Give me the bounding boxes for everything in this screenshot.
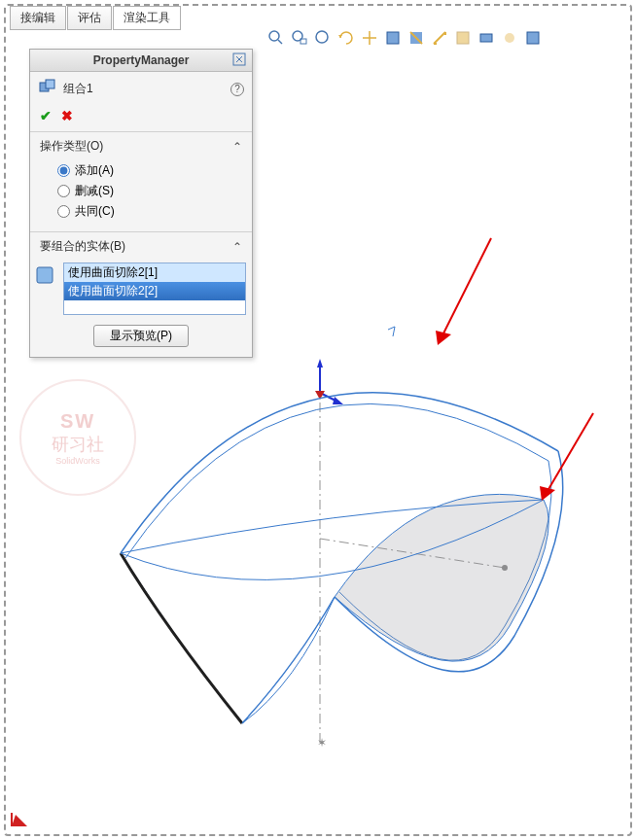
ground-marker: ✶ xyxy=(317,736,327,750)
panel-title: PropertyManager xyxy=(30,50,252,72)
section-operation-head[interactable]: 操作类型(O) ⌃ xyxy=(30,132,252,158)
bodies-selection-box[interactable]: 使用曲面切除2[1] 使用曲面切除2[2] xyxy=(63,262,246,315)
rotate-icon[interactable] xyxy=(337,29,355,47)
origin-marker-icon xyxy=(10,809,31,830)
watermark-line3: SolidWorks xyxy=(55,456,99,466)
measure-icon[interactable] xyxy=(431,29,448,47)
svg-line-1 xyxy=(278,40,282,44)
property-manager-panel: PropertyManager 组合1 ? ✔ ✖ 操作类型(O) ⌃ 添加(A… xyxy=(29,49,253,358)
svg-rect-11 xyxy=(527,32,539,44)
svg-rect-15 xyxy=(37,267,53,283)
watermark-line2: 研习社 xyxy=(52,433,104,456)
appearance-icon[interactable] xyxy=(477,29,495,47)
radio-common-label: 共同(C) xyxy=(75,203,115,220)
tab-evaluate[interactable]: 评估 xyxy=(67,6,112,30)
svg-line-24 xyxy=(442,238,491,335)
hide-show-icon[interactable] xyxy=(454,29,472,47)
annotation-arrow-1 xyxy=(428,233,506,360)
body-item-2[interactable]: 使用曲面切除2[2] xyxy=(64,282,245,300)
feature-name: 组合1 xyxy=(63,81,93,97)
radio-common[interactable]: 共同(C) xyxy=(57,201,242,222)
svg-rect-6 xyxy=(387,32,399,44)
section-bodies-head[interactable]: 要组合的实体(B) ⌃ xyxy=(30,232,252,259)
view-toolbar xyxy=(267,29,542,47)
section-operation-label: 操作类型(O) xyxy=(40,138,103,155)
radio-add-input[interactable] xyxy=(57,164,70,177)
tab-render-tools[interactable]: 渲染工具 xyxy=(113,6,181,30)
show-preview-button[interactable]: 显示预览(P) xyxy=(93,325,189,347)
view-settings-icon[interactable] xyxy=(524,29,542,47)
watermark: SW 研习社 SolidWorks xyxy=(19,379,136,496)
confirm-row: ✔ ✖ xyxy=(30,106,252,131)
cancel-button[interactable]: ✖ xyxy=(61,108,73,123)
body-item-1[interactable]: 使用曲面切除2[1] xyxy=(64,263,245,282)
chevron-up-icon: ⌃ xyxy=(232,240,242,254)
svg-marker-28 xyxy=(12,815,27,826)
svg-point-4 xyxy=(316,31,328,43)
svg-rect-14 xyxy=(46,80,54,88)
svg-marker-22 xyxy=(333,397,343,404)
help-icon[interactable]: ? xyxy=(230,83,244,96)
top-tabs: 接编辑 评估 渲染工具 xyxy=(10,6,181,30)
loupe-group-icon[interactable] xyxy=(267,29,285,47)
section-operation-type: 操作类型(O) ⌃ 添加(A) 删减(S) 共同(C) xyxy=(30,131,252,231)
selection-empty-area[interactable] xyxy=(64,300,245,314)
panel-title-text: PropertyManager xyxy=(93,53,190,67)
section-bodies: 要组合的实体(B) ⌃ 使用曲面切除2[1] 使用曲面切除2[2] 显示预览(P… xyxy=(30,231,252,347)
section-view-icon[interactable] xyxy=(407,29,425,47)
svg-marker-5 xyxy=(338,35,342,38)
zoom-to-fit-icon[interactable] xyxy=(291,29,308,47)
svg-rect-9 xyxy=(480,34,492,42)
svg-marker-27 xyxy=(540,486,555,501)
radio-subtract-input[interactable] xyxy=(57,185,70,197)
body-selection-icon xyxy=(34,264,57,288)
annotation-arrow-2 xyxy=(530,408,608,515)
combine-feature-icon xyxy=(38,78,57,100)
svg-point-0 xyxy=(269,31,279,41)
section-bodies-label: 要组合的实体(B) xyxy=(40,238,125,255)
svg-marker-25 xyxy=(436,331,451,345)
watermark-line1: SW xyxy=(60,410,95,433)
svg-point-10 xyxy=(505,33,514,43)
radio-subtract[interactable]: 删减(S) xyxy=(57,181,242,201)
pan-icon[interactable] xyxy=(361,29,378,47)
display-style-icon[interactable] xyxy=(384,29,402,47)
feature-header: 组合1 ? xyxy=(30,72,252,106)
chevron-up-icon: ⌃ xyxy=(232,140,242,154)
svg-line-26 xyxy=(548,413,593,491)
radio-common-input[interactable] xyxy=(57,205,70,218)
radio-add-label: 添加(A) xyxy=(75,162,114,179)
radio-add[interactable]: 添加(A) xyxy=(57,160,242,181)
radio-subtract-label: 删减(S) xyxy=(75,183,114,199)
scene-icon[interactable] xyxy=(501,29,518,47)
svg-marker-20 xyxy=(317,359,323,368)
tab-edit[interactable]: 接编辑 xyxy=(10,6,66,30)
pin-icon[interactable] xyxy=(232,52,246,69)
ok-button[interactable]: ✔ xyxy=(40,108,52,123)
zoom-icon[interactable] xyxy=(314,29,332,47)
svg-rect-8 xyxy=(457,32,469,44)
